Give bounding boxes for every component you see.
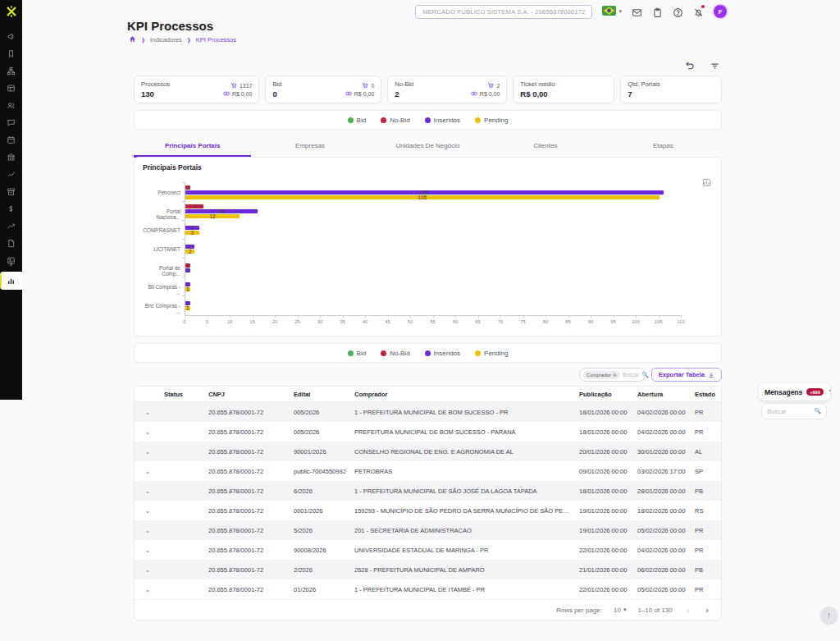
row-expand-icon[interactable]: ⌄: [135, 409, 161, 416]
messages-search-input[interactable]: Buscar 🔍: [761, 403, 827, 419]
table-row[interactable]: ⌄ 20.655.878/0001-72 005/2026 1 - PREFEI…: [135, 402, 721, 422]
legend-item-bid[interactable]: Bid: [348, 117, 367, 124]
bar-pending-bll-compras-[interactable]: 1: [185, 287, 190, 291]
legend-item-pending[interactable]: Pending: [475, 350, 508, 357]
undo-icon[interactable]: [684, 60, 695, 75]
table-row[interactable]: ⌄ 20.655.878/0001-72 2/2026 2628 - PREFE…: [135, 560, 721, 579]
legend-item-no-bid[interactable]: No-Bid: [381, 117, 409, 124]
column-header-publicação[interactable]: Publicação: [576, 391, 634, 398]
column-header-status[interactable]: Status: [161, 391, 205, 398]
table-row[interactable]: ⌄ 20.655.878/0001-72 0001/2026 159293 - …: [135, 501, 721, 520]
row-expand-icon[interactable]: ⌄: [135, 468, 161, 475]
sidebar-item-bookmark[interactable]: [0, 45, 22, 62]
column-header-abertura[interactable]: Abertura: [634, 391, 692, 398]
org-badge[interactable]: MERCADO PUBLICO SISTEMA S.A. - 206558780…: [415, 5, 592, 19]
clipboard-button[interactable]: [652, 7, 663, 17]
bar-inseridos-portal-de-comp-[interactable]: 1: [185, 268, 190, 272]
row-expand-icon[interactable]: ⌄: [135, 507, 161, 515]
column-header-comprador[interactable]: Comprador: [351, 391, 576, 398]
table-row[interactable]: ⌄ 20.655.878/0001-72 90001/2026 CONSELHO…: [135, 442, 721, 461]
sidebar-item-chat[interactable]: [0, 114, 22, 131]
row-expand-icon[interactable]: ⌄: [135, 586, 161, 593]
table-row[interactable]: ⌄ 20.655.878/0001-72 public-7004550992 P…: [135, 461, 721, 481]
sidebar-item-trend[interactable]: [0, 217, 22, 235]
legend-item-bid[interactable]: Bid: [348, 350, 367, 357]
column-header-edital[interactable]: Edital: [290, 391, 351, 398]
row-expand-icon[interactable]: ⌄: [135, 428, 161, 436]
tab-unidades-de-negócio[interactable]: Unidades De Negócio: [369, 137, 486, 158]
previous-page-button[interactable]: ‹: [684, 605, 692, 615]
chart-category-label: Petronect: [143, 190, 180, 195]
sidebar-item-archive[interactable]: [0, 183, 22, 200]
x-axis-tick-label: 80: [543, 319, 549, 324]
table-row[interactable]: ⌄ 20.655.878/0001-72 01/2026 1 - PREFEIT…: [135, 579, 721, 599]
messages-count-badge: +999: [806, 388, 823, 396]
tab-principais-portais[interactable]: Principais Portais: [134, 137, 251, 158]
export-table-button[interactable]: Exportar Tabela: [651, 368, 722, 382]
avatar[interactable]: F: [714, 5, 727, 18]
next-page-button[interactable]: ›: [703, 605, 711, 615]
row-expand-icon[interactable]: ⌄: [135, 547, 161, 554]
tab-etapas[interactable]: Etapas: [605, 137, 722, 158]
row-expand-icon[interactable]: ⌄: [135, 527, 161, 534]
x-axis-tick-label: 30: [317, 319, 323, 324]
sidebar-item-document[interactable]: [0, 235, 22, 252]
sidebar-item-org-chart[interactable]: [0, 62, 22, 80]
bar-pending-petronect[interactable]: 105: [185, 195, 660, 199]
bar-chart[interactable]: Petronect1106105Portal Naciona...41612CO…: [143, 182, 709, 328]
bar-pending-licitanet[interactable]: 2: [185, 250, 194, 254]
chip-remove-icon[interactable]: ⊗: [613, 372, 617, 378]
row-expand-icon[interactable]: ⌄: [135, 566, 161, 574]
legend-item-no-bid[interactable]: No-Bid: [381, 350, 409, 357]
language-selector[interactable]: ▾: [602, 4, 622, 19]
messages-panel[interactable]: Mensagens +999 ⌃: [759, 383, 830, 401]
sidebar-item-table[interactable]: [0, 80, 22, 97]
tab-empresas[interactable]: Empresas: [251, 137, 368, 158]
filter-chip-comprador[interactable]: Comprador⊗: [583, 371, 620, 379]
breadcrumb-indicadores[interactable]: Indicadores: [150, 36, 182, 43]
rows-per-page-select[interactable]: 10▾: [614, 607, 626, 614]
tab-clientes[interactable]: Clientes: [486, 137, 604, 158]
column-header-cnpj[interactable]: CNPJ: [205, 391, 290, 398]
table-row[interactable]: ⌄ 20.655.878/0001-72 5/2026 201 - SECRET…: [135, 520, 721, 540]
sidebar-item-calendar[interactable]: [0, 131, 22, 149]
legend-item-inseridos[interactable]: Inseridos: [425, 350, 460, 357]
sidebar-collapse-button[interactable]: ›: [10, 259, 12, 268]
x-axis-tick-label: 50: [408, 319, 413, 324]
bar-pending-comprasnet[interactable]: 3: [185, 231, 199, 235]
legend-label: Bid: [357, 350, 367, 357]
bar-no-bid-petronect[interactable]: 1: [185, 185, 190, 190]
mail-button[interactable]: [632, 7, 642, 17]
column-header-estado[interactable]: Estado: [692, 391, 722, 398]
bar-pending-portal-naciona-[interactable]: 12: [185, 214, 240, 218]
table-header-row: StatusCNPJEditalCompradorPublicaçãoAbert…: [135, 387, 721, 402]
bar-no-bid-portal-naciona-[interactable]: 4: [185, 204, 203, 208]
sidebar-item-line-chart[interactable]: [0, 166, 22, 183]
app-logo[interactable]: [5, 5, 18, 21]
scroll-to-top-button[interactable]: ↑: [820, 607, 838, 624]
bar-pending-bnc-compras-[interactable]: 1: [185, 306, 190, 310]
table-row[interactable]: ⌄ 20.655.878/0001-72 005/2026 PREFEITURA…: [135, 422, 721, 442]
table-row[interactable]: ⌄ 20.655.878/0001-72 90008/2026 UNIVERSI…: [135, 540, 721, 560]
x-axis-tick: [208, 315, 208, 318]
help-button[interactable]: [673, 7, 683, 17]
table-row[interactable]: ⌄ 20.655.878/0001-72 6/2026 1 - PREFEITU…: [135, 481, 721, 501]
bar-inseridos-portal-naciona-[interactable]: 16: [185, 209, 258, 213]
filter-icon[interactable]: [710, 60, 720, 75]
row-expand-icon[interactable]: ⌄: [135, 488, 161, 495]
row-expand-icon[interactable]: ⌄: [135, 448, 161, 456]
legend-item-pending[interactable]: Pending: [475, 117, 508, 124]
edital-cell: 5/2026: [290, 527, 351, 534]
legend-dot: [475, 117, 481, 123]
sidebar-item-megaphone[interactable]: [0, 28, 22, 45]
notifications-muted-button[interactable]: [693, 7, 704, 17]
sidebar-item-users[interactable]: [0, 97, 22, 114]
home-icon[interactable]: [129, 35, 136, 44]
sidebar-item-analytics[interactable]: [0, 272, 22, 290]
x-axis-tick: [500, 315, 501, 318]
sidebar-item-bank[interactable]: [0, 149, 22, 166]
table-search-input[interactable]: Comprador⊗ Buscar 🔍: [579, 368, 646, 382]
legend-item-inseridos[interactable]: Inseridos: [425, 117, 460, 124]
sidebar-item-dollar[interactable]: [0, 200, 22, 217]
chevron-up-icon[interactable]: ⌃: [828, 389, 833, 396]
